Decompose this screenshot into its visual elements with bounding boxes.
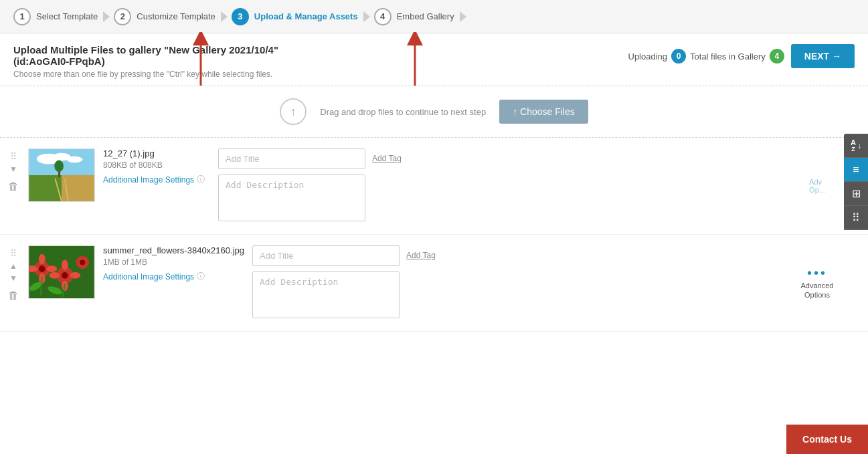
step-circle-3: 3	[232, 8, 249, 25]
title-input-2[interactable]	[252, 245, 400, 266]
upload-header-right: Uploading 0 Total files in Gallery 4 NEX…	[628, 44, 855, 68]
svg-point-16	[47, 265, 58, 272]
file-item-1-controls: ⠿ ▼ 🗑	[7, 148, 20, 193]
advanced-options-1[interactable]: AdvOp...	[790, 178, 844, 194]
sort-az-button[interactable]: AZ ↓	[844, 134, 868, 158]
drag-handle-2[interactable]: ⠿	[10, 248, 17, 259]
upload-header: Upload Multiple Files to gallery "New Ga…	[0, 33, 868, 86]
advanced-label-1: AdvOp...	[809, 178, 825, 194]
info-icon-2[interactable]: ⓘ	[197, 271, 205, 282]
advanced-options-2[interactable]: ••• AdvancedOptions	[790, 265, 844, 300]
svg-point-5	[67, 156, 82, 163]
file-fields-2: Add Tag	[252, 245, 835, 320]
file-size-1: 808KB of 808KB	[103, 160, 210, 170]
choose-files-button[interactable]: ↑ Choose Files	[499, 100, 588, 124]
svg-point-12	[39, 265, 46, 272]
upload-counter: Uploading 0 Total files in Gallery 4	[628, 49, 784, 64]
file-list: ⠿ ▼ 🗑	[0, 138, 868, 332]
delete-button-2[interactable]: 🗑	[8, 290, 19, 302]
wizard-step-4[interactable]: 4 Embed Gallery	[374, 8, 470, 25]
desc-input-2[interactable]	[252, 271, 400, 318]
arrow-down-1[interactable]: ▼	[9, 164, 17, 174]
uploading-label: Uploading	[628, 51, 668, 62]
delete-button-1[interactable]: 🗑	[8, 181, 19, 193]
file-info-2: summer_red_flowers-3840x2160.jpg 1MB of …	[103, 245, 244, 282]
file-thumbnail-2	[28, 245, 95, 299]
svg-point-9	[54, 160, 64, 173]
svg-point-24	[80, 259, 85, 265]
file-item-2: ⠿ ▲ ▼ 🗑	[0, 235, 868, 332]
file-name-1: 12_27 (1).jpg	[103, 148, 210, 158]
file-name-2: summer_red_flowers-3840x2160.jpg	[103, 245, 244, 255]
upload-header-left: Upload Multiple Files to gallery "New Ga…	[13, 44, 278, 79]
step-circle-4: 4	[374, 8, 392, 25]
file-info-1: 12_27 (1).jpg 808KB of 808KB Additional …	[103, 148, 210, 185]
total-label: Total files in Gallery	[690, 51, 766, 62]
desc-input-1[interactable]	[218, 175, 365, 221]
page-wrapper: 1 Select Template 2 Customize Template 3…	[0, 0, 868, 454]
step-circle-1: 1	[13, 8, 31, 25]
file-thumbnail-1	[28, 148, 95, 202]
title-input-1[interactable]	[218, 148, 365, 169]
drop-zone: ↑ Drag and drop files to continue to nex…	[0, 86, 868, 138]
dotgrid-view-button[interactable]: ⠿	[844, 206, 868, 230]
file-settings-link-2[interactable]: Additional Image Settings ⓘ	[103, 271, 244, 282]
file-item-1: ⠿ ▼ 🗑	[0, 138, 868, 235]
add-tag-2[interactable]: Add Tag	[406, 251, 436, 260]
adv-dots-2: •••	[807, 265, 827, 281]
step-label-2: Customize Template	[137, 11, 215, 21]
grid-view-button[interactable]: ⊞	[844, 182, 868, 206]
drop-text: Drag and drop files to continue to next …	[320, 107, 486, 117]
file-size-2: 1MB of 1MB	[103, 257, 244, 267]
svg-point-22	[70, 272, 81, 279]
upload-title: Upload Multiple Files to gallery "New Ga…	[13, 44, 278, 55]
arrow-down-2[interactable]: ▼	[9, 273, 17, 283]
contact-us-button[interactable]: Contact Us	[786, 425, 868, 454]
arrow-up-2[interactable]: ▲	[9, 261, 17, 271]
wizard-step-2[interactable]: 2 Customize Template	[114, 8, 232, 25]
add-tag-1[interactable]: Add Tag	[372, 154, 402, 163]
wizard-step-3[interactable]: 3 Upload & Manage Assets	[232, 8, 374, 25]
wizard-bar: 1 Select Template 2 Customize Template 3…	[0, 0, 868, 33]
step-label-1: Select Template	[36, 11, 98, 21]
info-icon-1[interactable]: ⓘ	[197, 174, 205, 185]
list-view-button[interactable]: ≡	[844, 158, 868, 182]
view-controls: AZ ↓ ≡ ⊞ ⠿	[844, 134, 868, 230]
file-item-2-controls: ⠿ ▲ ▼ 🗑	[7, 245, 20, 302]
drag-handle-1[interactable]: ⠿	[10, 151, 17, 162]
file-fields-1: Add Tag	[218, 148, 835, 223]
step-circle-2: 2	[114, 8, 131, 25]
svg-point-18	[62, 272, 68, 279]
uploading-count: 0	[671, 49, 686, 64]
next-button[interactable]: NEXT →	[791, 44, 855, 68]
step-label-3: Upload & Manage Assets	[254, 11, 358, 21]
step-label-4: Embed Gallery	[397, 11, 454, 21]
upload-hint: Choose more than one file by pressing th…	[13, 70, 278, 79]
svg-point-13	[39, 254, 46, 265]
svg-rect-6	[29, 175, 62, 201]
field-row-title-2: Add Tag	[252, 245, 835, 266]
wizard-step-1[interactable]: 1 Select Template	[13, 8, 114, 25]
upload-id: (id:AoGAI0-FPqbA)	[13, 55, 278, 67]
svg-point-19	[62, 259, 68, 270]
field-row-desc-2	[252, 271, 835, 320]
field-row-desc-1	[218, 175, 835, 223]
upload-icon: ↑	[280, 98, 307, 125]
file-settings-link-1[interactable]: Additional Image Settings ⓘ	[103, 174, 210, 185]
svg-point-21	[49, 272, 60, 279]
field-row-title-1: Add Tag	[218, 148, 835, 169]
adv-label-2: AdvancedOptions	[801, 281, 834, 300]
total-count: 4	[770, 49, 784, 64]
